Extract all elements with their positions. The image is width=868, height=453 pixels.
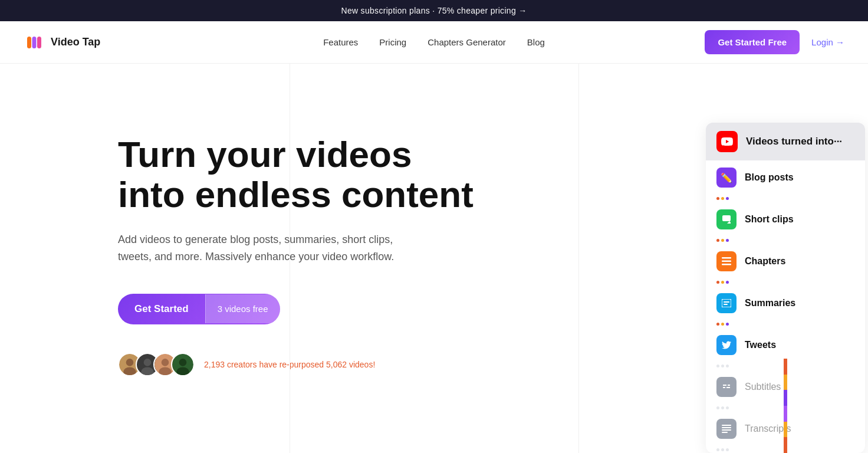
feature-item-short-clips: Short clips xyxy=(706,202,865,237)
bottom-stripes xyxy=(774,359,797,453)
feature-item-chapters: Chapters xyxy=(706,244,865,278)
svg-rect-19 xyxy=(722,261,731,262)
transcripts-icon xyxy=(716,419,737,439)
short-clips-label: Short clips xyxy=(745,214,794,225)
svg-rect-29 xyxy=(722,427,731,428)
svg-point-5 xyxy=(126,359,134,366)
nav-pricing[interactable]: Pricing xyxy=(379,37,406,47)
avatar-group xyxy=(118,353,195,376)
svg-rect-23 xyxy=(724,304,728,305)
feature-item-blog-posts: ✏️ Blog posts xyxy=(706,160,865,195)
hero-subtitle: Add videos to generate blog posts, summa… xyxy=(118,231,425,265)
summaries-label: Summaries xyxy=(745,298,795,308)
nav-right: Get Started Free Login → xyxy=(705,30,844,54)
nav-features[interactable]: Features xyxy=(323,37,358,47)
short-clips-icon xyxy=(716,209,737,229)
right-panel: Videos turned into··· ✏️ Blog posts Shor… xyxy=(703,64,868,453)
feature-item-summaries: Summaries xyxy=(706,286,865,320)
svg-marker-17 xyxy=(727,221,731,224)
feature-header: Videos turned into··· xyxy=(706,123,865,160)
svg-rect-3 xyxy=(37,37,41,48)
youtube-icon xyxy=(716,131,738,152)
svg-rect-31 xyxy=(722,432,728,433)
blog-posts-label: Blog posts xyxy=(745,172,794,183)
svg-rect-18 xyxy=(722,257,731,259)
summaries-icon xyxy=(716,293,737,313)
social-proof-text: 2,193 creators have re-purposed 5,062 vi… xyxy=(204,360,375,369)
hero-title: Turn your videos into endless content xyxy=(118,134,474,215)
tweets-label: Tweets xyxy=(745,340,776,350)
svg-point-11 xyxy=(162,359,169,366)
social-proof: 2,193 creators have re-purposed 5,062 vi… xyxy=(118,353,474,376)
nav-get-started-button[interactable]: Get Started Free xyxy=(705,30,800,54)
hero-section: Turn your videos into endless content Ad… xyxy=(0,64,868,453)
divider-1 xyxy=(706,195,865,202)
svg-rect-30 xyxy=(722,429,731,431)
top-banner[interactable]: New subscription plans · 75% cheaper pri… xyxy=(0,0,868,21)
avatar-img xyxy=(172,354,193,375)
subtitles-icon xyxy=(716,377,737,397)
divider-2 xyxy=(706,237,865,244)
feature-header-text: Videos turned into··· xyxy=(746,136,842,147)
navbar: Video Tap Features Pricing Chapters Gene… xyxy=(0,21,868,64)
hero-cta-badge: 3 videos free xyxy=(205,294,280,323)
nav-links: Features Pricing Chapters Generator Blog xyxy=(323,37,545,48)
svg-rect-22 xyxy=(724,301,729,303)
chapters-icon xyxy=(716,251,737,271)
svg-rect-28 xyxy=(722,425,731,426)
blog-posts-icon: ✏️ xyxy=(716,168,737,188)
svg-point-14 xyxy=(179,359,187,366)
divider-4 xyxy=(706,320,865,328)
hero-cta-main-text: Get Started xyxy=(118,294,205,324)
avatar xyxy=(171,353,195,376)
svg-rect-2 xyxy=(32,37,37,48)
nav-chapters-generator[interactable]: Chapters Generator xyxy=(428,37,506,47)
divider-3 xyxy=(706,278,865,286)
logo-text: Video Tap xyxy=(51,36,100,48)
nav-blog[interactable]: Blog xyxy=(527,37,545,47)
svg-rect-20 xyxy=(722,264,731,265)
logo-icon xyxy=(24,32,45,53)
hero-cta-button[interactable]: Get Started 3 videos free xyxy=(118,294,280,324)
tweets-icon xyxy=(716,335,737,355)
svg-point-8 xyxy=(144,359,152,366)
nav-login-button[interactable]: Login → xyxy=(811,37,844,47)
hero-text: Turn your videos into endless content Ad… xyxy=(118,111,474,376)
svg-rect-1 xyxy=(27,37,31,48)
feature-item-tweets: Tweets xyxy=(706,328,865,362)
chapters-label: Chapters xyxy=(745,256,785,267)
banner-text: New subscription plans · 75% cheaper pri… xyxy=(341,6,527,15)
svg-rect-16 xyxy=(722,215,731,221)
svg-rect-21 xyxy=(722,299,731,307)
logo-link[interactable]: Video Tap xyxy=(24,32,100,53)
